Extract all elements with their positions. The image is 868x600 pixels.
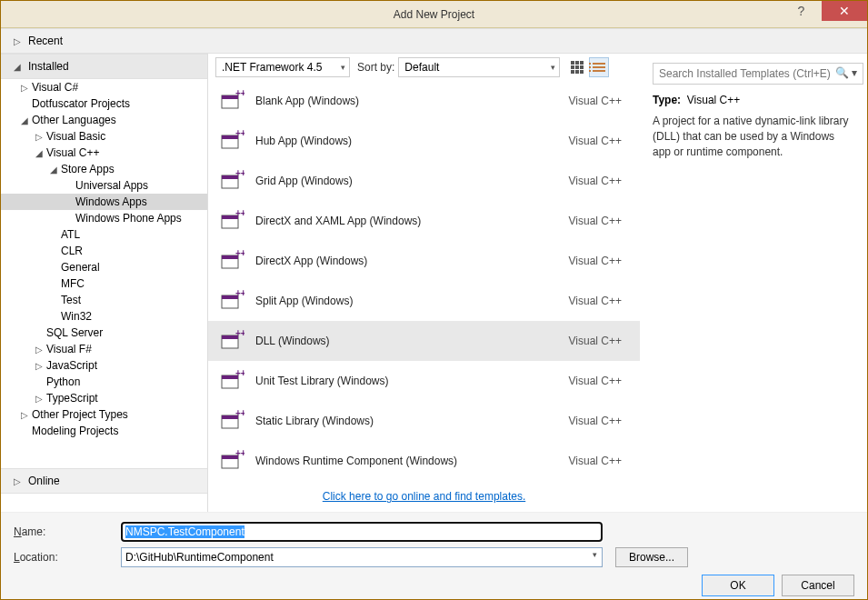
chevron-down-icon: ◢ xyxy=(48,165,59,175)
nav-installed-label: Installed xyxy=(28,60,69,73)
template-language: Visual C++ xyxy=(569,95,629,107)
template-language: Visual C++ xyxy=(569,335,629,347)
type-line: Type: Visual C++ xyxy=(653,94,854,106)
name-input[interactable] xyxy=(121,522,603,542)
tree-python[interactable]: ▷Python xyxy=(1,374,207,390)
svg-text:++: ++ xyxy=(235,288,244,298)
template-name: Blank App (Windows) xyxy=(255,95,558,107)
template-name: Static Library (Windows) xyxy=(255,415,558,427)
template-description: A project for a native dynamic-link libr… xyxy=(653,114,854,159)
template-language: Visual C++ xyxy=(569,415,629,427)
template-name: DirectX App (Windows) xyxy=(255,255,558,267)
tree-visual-csharp[interactable]: ▷Visual C# xyxy=(1,79,207,95)
help-button[interactable]: ? xyxy=(781,1,822,21)
template-row[interactable]: ++ DirectX and XAML App (Windows) Visual… xyxy=(208,201,640,241)
tree-mfc[interactable]: ▷MFC xyxy=(1,275,207,292)
template-language: Visual C++ xyxy=(569,255,629,267)
svg-text:++: ++ xyxy=(235,128,244,138)
svg-text:++: ++ xyxy=(235,448,244,458)
category-tree[interactable]: ▷Visual C# ▷Dotfuscator Projects ◢Other … xyxy=(1,79,207,468)
list-icon xyxy=(593,63,605,72)
location-input[interactable] xyxy=(121,547,603,567)
search-icon: 🔍 ▾ xyxy=(835,66,857,79)
framework-dropdown[interactable]: .NET Framework 4.5 xyxy=(215,57,350,77)
tree-windows-apps[interactable]: ▷Windows Apps xyxy=(1,194,207,210)
template-icon: ++ xyxy=(219,168,244,194)
nav-online-label: Online xyxy=(28,475,60,487)
template-name: Grid App (Windows) xyxy=(255,175,558,187)
template-list[interactable]: ++ Blank App (Windows) Visual C++ ++ Hub… xyxy=(208,81,640,481)
tree-dotfuscator[interactable]: ▷Dotfuscator Projects xyxy=(1,95,207,112)
nav-online[interactable]: ▷ Online xyxy=(1,468,207,494)
tree-test[interactable]: ▷Test xyxy=(1,292,207,308)
nav-recent-label: Recent xyxy=(28,35,63,47)
tree-other-languages[interactable]: ◢Other Languages xyxy=(1,112,207,128)
template-row[interactable]: ++ Split App (Windows) Visual C++ xyxy=(208,281,640,321)
template-row[interactable]: ++ Windows Runtime Component (Windows) V… xyxy=(208,441,640,481)
dialog-title: Add New Project xyxy=(394,8,474,21)
tree-modeling-projects[interactable]: ▷Modeling Projects xyxy=(1,423,207,439)
chevron-right-icon: ▷ xyxy=(12,36,23,46)
search-input[interactable] xyxy=(659,64,841,84)
sort-by-label: Sort by: xyxy=(357,61,394,74)
svg-text:++: ++ xyxy=(235,368,244,378)
template-row[interactable]: ++ Grid App (Windows) Visual C++ xyxy=(208,161,640,201)
sort-value: Default xyxy=(404,61,439,74)
template-language: Visual C++ xyxy=(569,375,629,387)
template-name: Hub App (Windows) xyxy=(255,135,558,147)
template-icon: ++ xyxy=(219,408,244,434)
template-name: DirectX and XAML App (Windows) xyxy=(255,215,558,227)
tree-universal-apps[interactable]: ▷Universal Apps xyxy=(1,177,207,194)
nav-installed[interactable]: ◢ Installed xyxy=(1,54,207,79)
template-icon: ++ xyxy=(219,128,244,154)
nav-recent[interactable]: ▷ Recent xyxy=(1,28,867,54)
template-icon: ++ xyxy=(219,448,244,474)
location-label: Location: xyxy=(14,551,114,564)
template-language: Visual C++ xyxy=(569,175,629,187)
tree-javascript[interactable]: ▷JavaScript xyxy=(1,357,207,374)
search-templates-box[interactable]: 🔍 ▾ xyxy=(653,63,863,85)
tree-visual-cpp[interactable]: ◢Visual C++ xyxy=(1,145,207,161)
template-row[interactable]: ++ Static Library (Windows) Visual C++ xyxy=(208,401,640,441)
cancel-button[interactable]: Cancel xyxy=(782,575,854,596)
tree-sql-server[interactable]: ▷SQL Server xyxy=(1,325,207,341)
template-icon: ++ xyxy=(219,248,244,274)
template-name: Split App (Windows) xyxy=(255,295,558,307)
tree-visual-fsharp[interactable]: ▷Visual F# xyxy=(1,341,207,357)
type-label: Type: xyxy=(653,94,681,106)
chevron-down-icon: ◢ xyxy=(19,115,30,125)
tree-typescript[interactable]: ▷TypeScript xyxy=(1,390,207,406)
template-name: Windows Runtime Component (Windows) xyxy=(255,455,558,467)
tree-other-project-types[interactable]: ▷Other Project Types xyxy=(1,406,207,423)
template-row[interactable]: ++ Hub App (Windows) Visual C++ xyxy=(208,121,640,161)
close-button[interactable]: ✕ xyxy=(822,1,867,21)
tree-general[interactable]: ▷General xyxy=(1,259,207,275)
tree-atl[interactable]: ▷ATL xyxy=(1,226,207,243)
template-name: DLL (Windows) xyxy=(255,335,558,347)
bottom-form: Name: Location: Browse... OK Cancel xyxy=(1,512,867,600)
template-row[interactable]: ++ Blank App (Windows) Visual C++ xyxy=(208,81,640,121)
template-language: Visual C++ xyxy=(569,135,629,147)
template-row[interactable]: ++ DirectX App (Windows) Visual C++ xyxy=(208,241,640,281)
tree-store-apps[interactable]: ◢Store Apps xyxy=(1,161,207,177)
browse-button[interactable]: Browse... xyxy=(615,547,688,567)
tree-windows-phone-apps[interactable]: ▷Windows Phone Apps xyxy=(1,210,207,226)
type-value: Visual C++ xyxy=(687,94,740,106)
tree-visual-basic[interactable]: ▷Visual Basic xyxy=(1,128,207,145)
template-language: Visual C++ xyxy=(569,215,629,227)
chevron-down-icon: ◢ xyxy=(12,62,23,72)
svg-text:++: ++ xyxy=(235,408,244,418)
template-icon: ++ xyxy=(219,288,244,314)
ok-button[interactable]: OK xyxy=(702,575,774,596)
sort-dropdown[interactable]: Default xyxy=(398,57,560,77)
tree-clr[interactable]: ▷CLR xyxy=(1,243,207,259)
template-row[interactable]: ++ Unit Test Library (Windows) Visual C+… xyxy=(208,361,640,401)
svg-text:++: ++ xyxy=(235,168,244,178)
chevron-right-icon: ▷ xyxy=(34,394,45,404)
view-grid-button[interactable] xyxy=(567,57,587,77)
template-row[interactable]: ++ DLL (Windows) Visual C++ xyxy=(208,321,640,361)
view-list-button[interactable] xyxy=(589,57,609,77)
tree-win32[interactable]: ▷Win32 xyxy=(1,308,207,325)
online-templates-link[interactable]: Click here to go online and find templat… xyxy=(323,490,525,503)
svg-text:++: ++ xyxy=(235,208,244,218)
